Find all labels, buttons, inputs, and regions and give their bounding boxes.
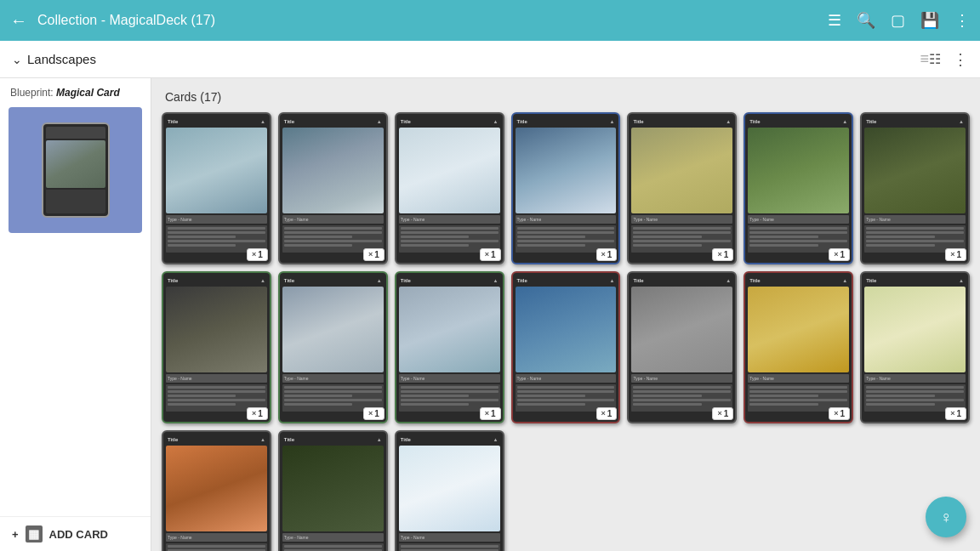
window-icon[interactable]: ▢ xyxy=(891,11,905,30)
card-text-line xyxy=(633,395,701,397)
card-item[interactable]: Title ▲ Type - Name 2/2 × 1 xyxy=(278,271,388,423)
card-text-line xyxy=(517,395,585,397)
card-text-line xyxy=(168,395,236,397)
card-type-row: Type - Name xyxy=(399,374,500,383)
card-count: 1 xyxy=(956,250,961,259)
card-item[interactable]: Title ▲ Type - Name 2/2 × 1 xyxy=(162,430,271,551)
card-icon: ▦ xyxy=(26,525,43,542)
card-art xyxy=(166,128,267,213)
back-button[interactable]: ← xyxy=(10,11,27,31)
card-badge: × 1 xyxy=(712,407,733,420)
card-item[interactable]: Title ▲ Type - Name 2/2 × 1 xyxy=(627,271,737,423)
card-item[interactable]: Title ▲ Type - Name 2/2 × 1 xyxy=(395,112,504,264)
list-view-icon[interactable]: ☰ xyxy=(828,11,841,30)
card-badge: × 1 xyxy=(596,248,618,261)
card-art xyxy=(748,128,849,213)
card-header: Title ▲ xyxy=(399,116,500,127)
add-card-button[interactable]: + ▦ ADD CARD xyxy=(0,516,151,551)
card-header: Title ▲ xyxy=(864,116,966,127)
section-chevron-icon[interactable]: ⌄ xyxy=(12,53,22,66)
card-item[interactable]: Title ▲ Type - Name 2/2 × 1 xyxy=(162,271,271,423)
card-badge: × 1 xyxy=(480,407,501,420)
card-type: Type - Name xyxy=(633,217,658,222)
card-mana: ▲ xyxy=(609,119,614,124)
card-item[interactable]: Title ▲ Type - Name 2/2 × 1 xyxy=(278,430,388,551)
card-title: Title xyxy=(517,119,527,124)
card-type-row: Type - Name xyxy=(748,215,849,224)
card-item[interactable]: Title ▲ Type - Name 2/2 × 1 xyxy=(511,112,621,264)
badge-x: × xyxy=(485,250,489,258)
card-header: Title ▲ xyxy=(282,116,384,127)
card-item[interactable]: Title ▲ Type - Name 2/2 × 1 xyxy=(744,112,853,264)
badge-x: × xyxy=(834,250,838,258)
card-header: Title ▲ xyxy=(864,276,966,286)
card-mana: ▲ xyxy=(726,278,731,283)
card-art xyxy=(282,128,384,213)
mtg-card: Title ▲ Type - Name 2/2 xyxy=(278,271,388,423)
card-item[interactable]: Title ▲ Type - Name 2/2 × 1 xyxy=(162,112,271,264)
card-art xyxy=(166,287,267,372)
card-text-line xyxy=(401,403,469,406)
search-icon[interactable]: 🔍 xyxy=(857,11,875,30)
card-art xyxy=(399,128,500,213)
card-item[interactable]: Title ▲ Type - Name 2/2 × 1 xyxy=(511,271,621,423)
card-header: Title ▲ xyxy=(631,276,732,286)
more-vert-icon[interactable]: ⋮ xyxy=(954,11,970,30)
fab-button[interactable]: ♀ xyxy=(926,497,966,537)
mtg-card: Title ▲ Type - Name 2/2 xyxy=(395,430,504,551)
card-text-line xyxy=(284,395,352,397)
card-title: Title xyxy=(633,278,643,283)
card-item[interactable]: Title ▲ Type - Name 2/2 × 1 xyxy=(395,430,504,551)
card-item[interactable]: Title ▲ Type - Name 2/2 × 1 xyxy=(860,112,970,264)
card-type-row: Type - Name xyxy=(166,374,267,383)
card-art xyxy=(166,446,267,531)
fab-icon: ♀ xyxy=(940,508,953,527)
card-text-line xyxy=(749,395,818,397)
header-title: Collection - MagicalDeck (17) xyxy=(37,13,828,28)
card-badge: × 1 xyxy=(945,407,966,420)
card-mana: ▲ xyxy=(260,437,265,442)
card-textbox xyxy=(166,543,267,551)
card-header: Title ▲ xyxy=(516,116,617,127)
card-item[interactable]: Title ▲ Type - Name 2/2 × 1 xyxy=(860,271,970,423)
card-art xyxy=(516,287,617,372)
card-text-line xyxy=(284,236,352,238)
card-text-line xyxy=(633,244,701,247)
mtg-card: Title ▲ Type - Name 2/2 xyxy=(860,112,970,264)
card-text-line xyxy=(633,231,731,234)
card-mana: ▲ xyxy=(377,278,382,283)
card-mana: ▲ xyxy=(726,119,731,124)
badge-x: × xyxy=(252,409,256,418)
card-text-line xyxy=(168,545,265,548)
card-type-row: Type - Name xyxy=(166,215,267,224)
filter-icon[interactable]: ☷ xyxy=(929,51,941,67)
card-item[interactable]: Title ▲ Type - Name 2/2 × 1 xyxy=(744,271,853,423)
card-item[interactable]: Title ▲ Type - Name 2/2 × 1 xyxy=(278,112,388,264)
card-text-line xyxy=(633,403,701,406)
card-type-row: Type - Name xyxy=(166,533,267,542)
mtg-card: Title ▲ Type - Name 2/2 xyxy=(278,112,388,264)
card-text-line xyxy=(401,231,499,234)
card-title: Title xyxy=(168,278,178,283)
card-item[interactable]: Title ▲ Type - Name 2/2 × 1 xyxy=(627,112,737,264)
cards-header: Cards (17) xyxy=(162,85,970,112)
mtg-card: Title ▲ Type - Name 2/2 xyxy=(278,430,388,551)
section-more-icon[interactable]: ⋮ xyxy=(953,50,968,69)
card-textbox xyxy=(282,543,384,551)
card-text-line xyxy=(284,390,382,393)
card-type-row: Type - Name xyxy=(516,215,617,224)
badge-x: × xyxy=(368,250,373,258)
card-text-line xyxy=(866,399,964,401)
card-title: Title xyxy=(749,278,760,283)
card-count: 1 xyxy=(840,409,846,418)
card-text-line xyxy=(284,240,382,242)
card-header: Title ▲ xyxy=(399,276,500,286)
badge-x: × xyxy=(834,409,838,418)
card-text-line xyxy=(168,403,236,406)
card-art xyxy=(399,287,500,372)
card-title: Title xyxy=(866,119,876,124)
card-type: Type - Name xyxy=(284,376,309,381)
mtg-card: Title ▲ Type - Name 2/2 xyxy=(627,271,737,423)
card-item[interactable]: Title ▲ Type - Name 2/2 × 1 xyxy=(395,271,504,423)
save-icon[interactable]: 💾 xyxy=(920,11,939,30)
